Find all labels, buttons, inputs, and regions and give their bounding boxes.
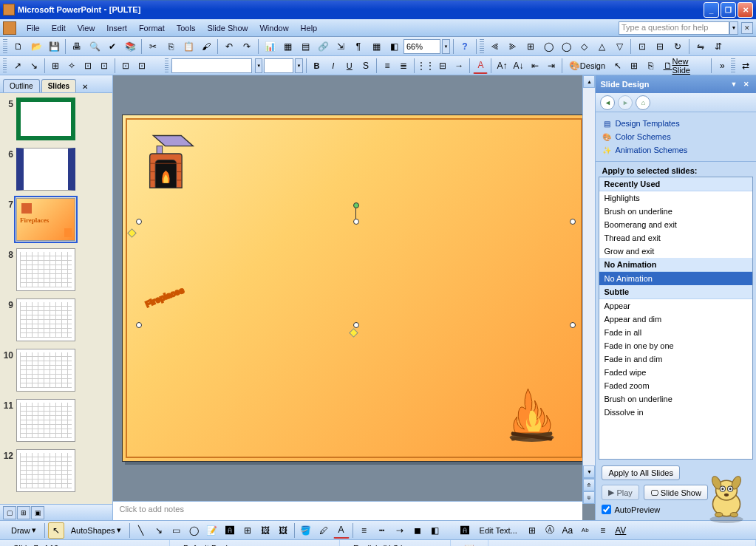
increase-indent-icon[interactable]: → — [452, 58, 466, 74]
font-color2-icon[interactable]: A — [333, 522, 350, 539]
nudge-icon[interactable]: ✧ — [64, 58, 79, 74]
bold-icon[interactable]: B — [309, 58, 324, 74]
transition-icon[interactable]: ⇄ — [738, 58, 753, 74]
arrow-icon[interactable]: ↘ — [151, 522, 167, 539]
thumb-image[interactable] — [16, 349, 75, 392]
color-grayscale-icon[interactable]: ◧ — [386, 38, 402, 55]
oval-icon[interactable]: ◯ — [186, 522, 202, 539]
rectangle-icon[interactable]: ▭ — [168, 522, 185, 539]
shadow-style-icon[interactable]: ◼ — [409, 522, 426, 539]
underline-icon[interactable]: U — [342, 58, 357, 74]
taskpane-dropdown-icon[interactable]: ▼ — [729, 79, 739, 89]
scheme-item[interactable]: Dissolve in — [599, 406, 752, 419]
draw-menu[interactable]: Draw ▾ — [6, 523, 41, 537]
thumbnail-11[interactable]: 11 — [3, 399, 109, 442]
toolbar-grip-4[interactable] — [165, 58, 168, 73]
align-left2-icon[interactable]: ≡ — [380, 58, 395, 74]
layout-icon[interactable]: ⊞ — [627, 58, 641, 74]
research-icon[interactable]: 📚 — [122, 38, 138, 55]
copy-slide-icon[interactable]: ⎘ — [643, 58, 658, 74]
3d-style-icon[interactable]: ◧ — [427, 522, 443, 539]
align-right-icon[interactable]: ⊞ — [522, 38, 539, 55]
scheme-item[interactable]: Highlights — [599, 191, 752, 205]
thumb-image[interactable] — [16, 298, 75, 341]
help-search-input[interactable]: Type a question for help — [619, 21, 729, 35]
font-size-input[interactable] — [264, 58, 293, 73]
font-dropdown[interactable]: ▼ — [255, 58, 262, 73]
wordart-vertical-icon[interactable]: Ab — [577, 522, 593, 539]
font-color-icon[interactable]: A — [473, 58, 488, 74]
thumbnail-7[interactable]: 7Fireplaces — [3, 198, 109, 241]
insert-hyperlink-icon[interactable]: 🔗 — [315, 38, 331, 55]
apply-all-button[interactable]: Apply to All Slides — [602, 465, 679, 480]
next-slide-icon[interactable]: ⤋ — [583, 491, 595, 504]
tab-slides[interactable]: Slides — [41, 79, 76, 92]
thumb-image[interactable] — [16, 98, 75, 140]
taskpane-close-icon[interactable]: ✕ — [741, 79, 752, 89]
menu-view[interactable]: View — [72, 21, 101, 35]
show-formatting-icon[interactable]: ¶ — [350, 38, 367, 55]
link-animation-schemes[interactable]: ✨Animation Schemes — [602, 143, 750, 157]
toolbar-grip-5[interactable] — [731, 58, 735, 73]
group-icon[interactable]: ⊡ — [634, 38, 650, 55]
align-left-icon[interactable]: ⫷ — [487, 38, 503, 55]
wordart-spacing-icon[interactable]: AV — [613, 522, 629, 539]
scroll-down-icon[interactable]: ▼ — [583, 465, 595, 478]
copy-icon[interactable]: ⎘ — [163, 38, 179, 55]
distribute-h-icon[interactable]: ◯ — [540, 38, 556, 55]
menu-file[interactable]: File — [21, 21, 46, 35]
status-spell-icon[interactable]: 📖 — [451, 540, 488, 546]
tab-outline[interactable]: Outline — [3, 79, 40, 92]
align-center2-icon[interactable]: ≣ — [396, 58, 411, 74]
toolbar-grip-3[interactable] — [3, 58, 7, 73]
insert-table-icon[interactable]: ▦ — [279, 38, 296, 55]
mdi-close-button[interactable]: ✕ — [741, 22, 753, 34]
thumb-image[interactable] — [16, 148, 75, 191]
scheme-item[interactable]: Fade in one by one — [599, 339, 752, 352]
insert-wordart-icon[interactable]: 🅰 — [457, 522, 473, 539]
design-button[interactable]: 🎨 Design — [565, 58, 609, 74]
nav-back-icon[interactable]: ◄ — [600, 95, 615, 110]
numbering-icon[interactable]: ⊟ — [435, 58, 450, 74]
new-icon[interactable]: 🗋 — [10, 38, 27, 55]
maximize-button[interactable]: ❐ — [721, 2, 736, 18]
rotate-icon[interactable]: ↻ — [670, 38, 686, 55]
select-icon[interactable]: ↖ — [610, 58, 625, 74]
scheme-item[interactable]: No Animation — [599, 272, 752, 285]
slide-canvas[interactable]: Fireplaces — [122, 115, 586, 462]
fill-color-icon[interactable]: 🪣 — [298, 522, 314, 539]
wordart-icon[interactable]: 🅰 — [222, 522, 238, 539]
link-color-schemes[interactable]: 🎨Color Schemes — [602, 130, 750, 143]
decr-font-icon[interactable]: A↓ — [511, 58, 526, 74]
sorter-view-icon[interactable]: ⊞ — [17, 506, 30, 519]
animation-scheme-list[interactable]: Recently UsedHighlightsBrush on underlin… — [599, 177, 753, 460]
vertical-scrollbar[interactable]: ▲ ▼ ⤊ ⤋ — [582, 75, 595, 504]
print-icon[interactable]: 🖶 — [69, 38, 85, 55]
scheme-item[interactable]: Appear and dim — [599, 313, 752, 326]
redo-icon[interactable]: ↷ — [239, 38, 255, 55]
select-objects-icon[interactable]: ↖ — [48, 522, 64, 539]
line-style-icon[interactable]: ≡ — [356, 522, 372, 539]
cut-icon[interactable]: ✂ — [145, 38, 161, 55]
link-design-templates[interactable]: ▤Design Templates — [602, 117, 750, 130]
scheme-item[interactable]: Faded zoom — [599, 379, 752, 392]
snap-icon[interactable]: ⊞ — [48, 58, 63, 74]
line-icon[interactable]: ╲ — [133, 522, 149, 539]
shadow-icon[interactable]: S — [358, 58, 373, 74]
thumbnail-5[interactable]: 5 — [3, 98, 109, 140]
open-icon[interactable]: 📂 — [28, 38, 44, 55]
autoshapes-menu[interactable]: AutoShapes ▾ — [66, 523, 126, 537]
close-button[interactable]: ✕ — [738, 2, 753, 18]
line-color-icon[interactable]: 🖊 — [316, 522, 332, 539]
distribute-v-icon[interactable]: ◯ — [558, 38, 574, 55]
overflow-icon[interactable]: » — [715, 58, 729, 74]
wordart-align-icon[interactable]: ≡ — [595, 522, 611, 539]
edit-text-button[interactable]: Edit Text... — [474, 524, 522, 537]
autopreview-checkbox[interactable]: AutoPreview — [602, 505, 750, 514]
arrow1-icon[interactable]: ↗ — [10, 58, 24, 74]
play-button[interactable]: ▶ Play — [602, 485, 638, 500]
scheme-item[interactable]: Grow and exit — [599, 245, 752, 258]
scheme-item[interactable]: Brush on underline — [599, 392, 752, 406]
flip-v-icon[interactable]: ⇵ — [710, 38, 726, 55]
show-grid-icon[interactable]: ▦ — [368, 38, 384, 55]
